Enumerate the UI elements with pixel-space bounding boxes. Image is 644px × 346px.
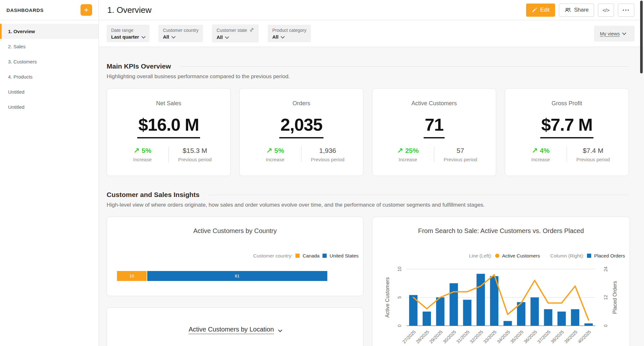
kpi-change: 4% (540, 147, 549, 154)
location-card-title-dropdown[interactable]: Active Customers by Location (107, 326, 363, 333)
people-icon (564, 7, 571, 13)
column-bar (557, 312, 566, 326)
filter-label: Customer state (216, 28, 247, 33)
chevron-down-icon (225, 35, 229, 39)
chevron-down-icon (281, 34, 285, 39)
filter-value: All (163, 34, 169, 40)
charts-left-column: Active Customers by Country Customer cou… (107, 217, 363, 346)
section-title-kpis: Main KPIs Overview (107, 62, 171, 70)
top-bar: 1. Overview Edit (99, 0, 644, 20)
kpi-value: 2,035 (279, 115, 323, 138)
x-tick-label: 36/2025 (523, 329, 538, 344)
right-tick-label: 0 (603, 324, 608, 327)
kpi-change: 5% (141, 147, 151, 154)
kpi-card-net-sales[interactable]: Net Sales $16.0 M ↗5% Increase $15.3 M P… (107, 88, 231, 176)
kpi-change-label: Increase (125, 157, 160, 162)
filter-customer-country[interactable]: Customer country All (159, 25, 203, 42)
bar-segment-united-states[interactable]: 61 (147, 271, 327, 281)
embed-button[interactable]: </> (598, 4, 614, 17)
trend-up-arrow-icon: ↗ (266, 147, 272, 154)
united-states-swatch (322, 254, 327, 258)
sidebar-item-products[interactable]: 4. Products (0, 69, 99, 84)
chevron-down-icon (278, 328, 282, 332)
filter-date-range[interactable]: Date range Last quarter (107, 25, 149, 42)
column-swatch (587, 254, 591, 258)
plus-icon: + (84, 5, 89, 14)
x-tick-label: 38/2025 (550, 329, 565, 344)
sidebar-item-customers[interactable]: 3. Customers (0, 54, 99, 69)
kpi-previous-label: Previous period (177, 157, 213, 162)
legend-label: Customer country: (253, 253, 293, 258)
page-title: 1. Overview (107, 5, 151, 15)
x-tick-label: 28/2025 (415, 329, 430, 344)
edit-button-label: Edit (540, 7, 550, 13)
sidebar-item-untitled-1[interactable]: Untitled (0, 84, 99, 99)
kpi-change: 25% (405, 147, 419, 154)
sidebar-item-overview[interactable]: 1. Overview (0, 24, 99, 39)
sidebar-item-sales[interactable]: 2. Sales (0, 39, 99, 54)
code-icon: </> (602, 7, 610, 13)
kpi-value: $7.7 M (540, 115, 593, 138)
x-tick-label: 33/2025 (482, 329, 497, 344)
filter-label: Customer country (163, 28, 198, 33)
section-insights-header: Customer and Sales Insights (107, 191, 629, 199)
filter-value: All (272, 34, 278, 40)
kpi-value: $16.0 M (137, 115, 200, 138)
main-area: 1. Overview Edit (99, 0, 644, 346)
scrollbar-thumb[interactable] (640, 1, 643, 73)
column-bar (504, 321, 512, 326)
kpi-card-active-customers[interactable]: Active Customers 71 ↗25% Increase 57 Pre… (372, 88, 496, 176)
legend-label: Column (Right): (550, 253, 584, 258)
my-views-dropdown[interactable]: My views (594, 26, 635, 42)
kpi-change-label: Increase (257, 157, 293, 162)
filter-value: All (216, 34, 223, 40)
column-bar (436, 297, 445, 326)
right-tick-label: 12 (603, 295, 608, 300)
kpi-row: Net Sales $16.0 M ↗5% Increase $15.3 M P… (107, 88, 629, 176)
share-button-label: Share (574, 7, 589, 13)
legend-item-canada[interactable]: Canada (303, 253, 320, 258)
dashboards-heading: DASHBOARDS (6, 7, 44, 13)
dashboard-content: Main KPIs Overview Highlighting overall … (99, 47, 644, 346)
filter-product-category[interactable]: Product category All (268, 25, 311, 42)
sidebar-header: DASHBOARDS + (0, 0, 99, 20)
edit-button[interactable]: Edit (526, 4, 555, 17)
pencil-icon (532, 7, 537, 13)
sidebar-item-untitled-2[interactable]: Untitled (0, 99, 99, 115)
left-tick-label: 10 (397, 267, 402, 272)
combo-chart-svg[interactable]: 051001224Active CustomersPlaced Orders27… (372, 262, 630, 346)
legend-item-united-states[interactable]: United States (330, 253, 359, 258)
add-dashboard-button[interactable]: + (81, 4, 92, 16)
column-bar (423, 312, 431, 326)
combo-chart-legend: Line (Left): Active Customers Column (Ri… (469, 253, 625, 258)
section-kpis-header: Main KPIs Overview (107, 62, 629, 70)
kpi-change-label: Increase (523, 157, 558, 162)
x-tick-label: 37/2025 (536, 329, 552, 344)
chevron-down-icon (622, 31, 626, 35)
column-bar (476, 274, 485, 326)
header-actions: Edit Share </> (526, 4, 634, 17)
location-card-title: Active Customers by Location (188, 326, 274, 334)
legend-label: Line (Left): (469, 253, 492, 258)
x-tick-label: 31/2025 (455, 329, 470, 344)
share-button[interactable]: Share (559, 4, 594, 17)
bar-segment-canada[interactable]: 10 (117, 271, 147, 281)
kpi-card-orders[interactable]: Orders 2,035 ↗5% Increase 1,936 Previous… (239, 88, 363, 176)
column-bar (531, 297, 539, 326)
sidebar: DASHBOARDS + 1. Overview 2. Sales 3. Cus… (0, 0, 99, 346)
chevron-down-icon (171, 34, 176, 39)
more-button[interactable]: ··· (618, 4, 634, 17)
filter-customer-state[interactable]: Customer state All (212, 24, 259, 42)
country-stacked-bar[interactable]: 1061 (117, 271, 327, 281)
kpi-previous-value: $15.3 M (177, 147, 213, 154)
x-tick-label: 27/2025 (401, 329, 417, 344)
kpi-card-gross-profit[interactable]: Gross Profit $7.7 M ↗4% Increase $7.4 M … (505, 88, 629, 176)
app-root: DASHBOARDS + 1. Overview 2. Sales 3. Cus… (0, 0, 644, 346)
legend-item-active-customers[interactable]: Active Customers (502, 253, 540, 258)
x-tick-label: 30/2025 (442, 329, 457, 344)
x-tick-label: 40/2025 (577, 329, 592, 344)
country-chart-legend: Customer country: Canada United States (253, 253, 359, 258)
kpi-title: Net Sales (107, 100, 230, 107)
legend-item-placed-orders[interactable]: Placed Orders (594, 253, 625, 258)
combo-chart-title: From Search to Sale: Active Customers vs… (372, 227, 630, 235)
